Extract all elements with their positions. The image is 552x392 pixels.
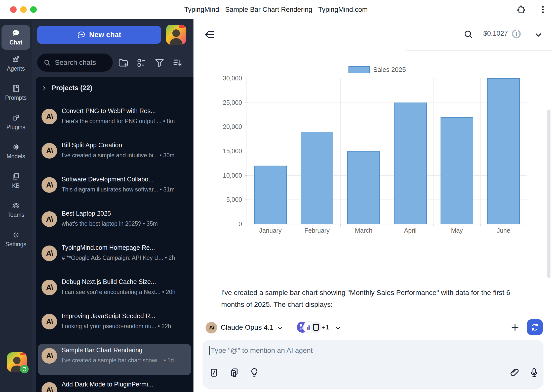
nav-rail: ChatAgentsPromptsPluginsModelsKBTeamsSet… (0, 19, 32, 392)
bar-january[interactable] (254, 166, 287, 224)
y-axis-tick (245, 151, 247, 151)
bar-june[interactable] (487, 78, 520, 224)
y-axis-label: 10,000 (202, 172, 242, 179)
workspace-avatar[interactable] (166, 25, 186, 45)
y-axis-label: 15,000 (202, 148, 242, 155)
projects-label: Projects (22) (52, 84, 92, 92)
new-folder-icon[interactable] (118, 57, 129, 68)
chat-title: Sample Bar Chart Rendering (62, 347, 189, 354)
browser-window: TypingMind - Sample Bar Chart Rendering … (0, 0, 552, 392)
x-axis-label: May (433, 227, 480, 234)
chat-title: Debug Next.js Build Cache Size... (62, 278, 189, 285)
plugin-icon-3[interactable] (310, 321, 322, 333)
sidebar-item-models[interactable]: Models (2, 137, 30, 165)
new-chat-button[interactable]: New chat (37, 26, 161, 44)
sidebar-item-settings[interactable]: Settings (2, 225, 30, 253)
model-selector[interactable]: Claude Opus 4.1 (221, 323, 273, 331)
legend-swatch[interactable] (348, 66, 370, 73)
chat-list-item[interactable]: A\Software Development Collabo...This di… (38, 173, 191, 204)
y-axis-label: 30,000 (202, 75, 242, 82)
assistant-message: I've created a sample bar chart showing … (221, 287, 531, 310)
browser-menu-kebab-icon[interactable] (538, 5, 547, 14)
y-axis-tick (245, 175, 247, 176)
sidebar-item-kb[interactable]: KB (2, 167, 30, 195)
sidebar-item-teams[interactable]: Teams (2, 196, 30, 224)
cost-indicator[interactable]: $0.1027 (483, 30, 508, 37)
search-chats-input[interactable] (54, 58, 111, 67)
usage-warning-icon[interactable]: ! (511, 29, 522, 39)
plugins-more-count[interactable]: +1 (322, 323, 329, 331)
x-axis-label: February (294, 227, 340, 234)
sidebar-item-prompts[interactable]: Prompts (2, 79, 30, 107)
model-chevron-down-icon[interactable] (276, 324, 284, 332)
sidebar-item-label: Plugins (6, 124, 25, 131)
microphone-icon[interactable] (529, 367, 539, 378)
anthropic-avatar: A\ (42, 246, 57, 261)
chat-title: Software Development Collabo... (62, 176, 189, 183)
sidebar-item-label: Teams (7, 212, 24, 218)
chat-preview: Looking at your pseudo-random nu... • 22… (62, 323, 189, 330)
svg-text:!: ! (516, 31, 517, 37)
filter-icon[interactable] (154, 57, 165, 68)
chat-list-item[interactable]: A\TypingMind.com Homepage Re...# **Googl… (38, 241, 191, 273)
search-conversation-icon[interactable] (463, 29, 473, 39)
plugins-chevron-down-icon[interactable] (334, 324, 342, 332)
legend-label[interactable]: Sales 2025 (373, 66, 406, 74)
chat-list-item[interactable]: A\Improving JavaScript Seeded R...Lookin… (38, 310, 191, 341)
chat-list-item[interactable]: A\Add Dark Mode to PluginPermi... (38, 378, 191, 392)
gridline (387, 78, 387, 224)
bar-april[interactable] (394, 103, 427, 224)
gridline (480, 78, 481, 224)
bar-may[interactable] (441, 117, 473, 224)
x-axis-label: April (387, 227, 434, 234)
chat-preview: I can see you're encountering a Next... … (62, 289, 189, 296)
x-axis-tick (247, 224, 247, 226)
bar-february[interactable] (301, 132, 333, 224)
add-attachment-plus-icon[interactable] (510, 322, 520, 332)
templates-copy-icon[interactable] (229, 367, 240, 378)
chat-list-item[interactable]: A\Debug Next.js Build Cache Size...I can… (38, 276, 191, 307)
x-axis-label: March (340, 227, 387, 234)
sidebar-item-label: Agents (7, 65, 25, 72)
new-chat-bubble-icon (77, 30, 86, 39)
sidebar-item-label: Models (7, 153, 25, 160)
y-axis-tick (245, 78, 247, 78)
message-input[interactable] (209, 346, 438, 355)
user-avatar[interactable] (7, 352, 27, 372)
x-axis-tick (480, 224, 481, 226)
chat-list-item[interactable]: A\Best Laptop 2025what's the best laptop… (38, 207, 191, 238)
chat-preview: This diagram illustrates how softwar... … (62, 186, 189, 193)
x-axis-label: January (247, 227, 294, 234)
chat-list-item[interactable]: A\Sample Bar Chart RenderingI've created… (38, 344, 191, 375)
main-content: $0.1027 ! Sales 2025 05,00010,00015,0002… (193, 19, 552, 392)
sidebar-item-plugins[interactable]: Plugins (2, 108, 30, 136)
sidebar-item-label: Prompts (5, 94, 27, 101)
bulk-select-icon[interactable] (136, 57, 147, 68)
collapse-sidebar-icon[interactable] (204, 29, 215, 40)
projects-toggle[interactable]: Projects (22) (42, 84, 92, 92)
chat-list-item[interactable]: A\Convert PNG to WebP with Res...Here's … (38, 105, 191, 136)
suggestions-lightbulb-icon[interactable] (249, 367, 260, 378)
chat-list-item[interactable]: A\Bill Split App CreationI've created a … (38, 139, 191, 170)
extensions-puzzle-icon[interactable] (516, 5, 527, 15)
prompt-library-icon[interactable] (209, 367, 219, 378)
sidebar-item-agents[interactable]: Agents (2, 50, 30, 78)
x-axis-tick (294, 224, 294, 226)
chevron-down-icon[interactable] (534, 30, 543, 40)
gridline (527, 78, 527, 224)
chat-list: Projects (22) A\Convert PNG to WebP with… (36, 77, 193, 392)
chat-preview: Here's the command for PNG output ... • … (62, 118, 189, 125)
attach-paperclip-icon[interactable] (509, 367, 520, 378)
bar-march[interactable] (347, 151, 380, 224)
regenerate-button[interactable] (527, 319, 543, 335)
sort-icon[interactable] (172, 57, 183, 68)
chart-plot-area: 05,00010,00015,00020,00025,00030,000Janu… (247, 78, 527, 224)
kb-icon (12, 172, 20, 181)
anthropic-avatar: A\ (42, 177, 57, 193)
sidebar-item-chat[interactable]: Chat (2, 25, 30, 50)
anthropic-avatar: A\ (42, 382, 57, 392)
prompts-icon (12, 84, 20, 93)
search-chats-box[interactable] (37, 54, 113, 72)
x-axis-label: June (480, 227, 527, 234)
scrollbar-thumb[interactable] (547, 110, 550, 278)
